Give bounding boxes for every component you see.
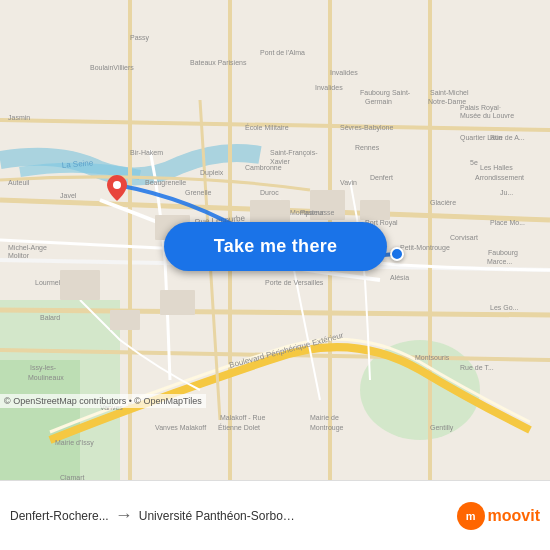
svg-text:Faubourg Saint-: Faubourg Saint-	[360, 89, 411, 97]
svg-text:Bateaux Parisiens: Bateaux Parisiens	[190, 59, 247, 66]
svg-text:Xavier: Xavier	[270, 158, 291, 165]
svg-text:Rennes: Rennes	[355, 144, 380, 151]
svg-text:BoulainVilliers: BoulainVilliers	[90, 64, 134, 71]
svg-text:Beaugrenelle: Beaugrenelle	[145, 179, 186, 187]
svg-text:Musée du Louvre: Musée du Louvre	[460, 112, 514, 119]
svg-text:Place Mo...: Place Mo...	[490, 219, 525, 226]
svg-rect-18	[60, 270, 100, 300]
svg-text:Vavin: Vavin	[340, 179, 357, 186]
svg-text:Auteuil: Auteuil	[8, 179, 30, 186]
svg-text:Montrouge: Montrouge	[310, 424, 344, 432]
svg-text:Issy-les-: Issy-les-	[30, 364, 57, 372]
svg-text:Palais Royal·: Palais Royal·	[460, 104, 501, 112]
svg-text:Michel-Ange: Michel-Ange	[8, 244, 47, 252]
destination-marker	[390, 247, 404, 261]
svg-text:Mairie de: Mairie de	[310, 414, 339, 421]
svg-text:Denfert: Denfert	[370, 174, 393, 181]
svg-text:Malakoff - Rue: Malakoff - Rue	[220, 414, 265, 421]
svg-text:Rue de T...: Rue de T...	[460, 364, 494, 371]
svg-text:Grenelle: Grenelle	[185, 189, 212, 196]
destination-station-name: Université Panthéon-Sorbonne ...	[139, 509, 299, 523]
svg-text:Cambronne: Cambronne	[245, 164, 282, 171]
svg-text:Mairie d'Issy: Mairie d'Issy	[55, 439, 94, 447]
svg-text:Montsouris: Montsouris	[415, 354, 450, 361]
direction-arrow-icon: →	[115, 505, 133, 526]
station-info: Denfert-Rochere... → Université Panthéon…	[10, 505, 457, 526]
svg-rect-17	[360, 200, 390, 220]
map-container: Rue Lecourbe Boulevard Périphérique Exté…	[0, 0, 550, 480]
svg-text:Petit-Montrouge: Petit-Montrouge	[400, 244, 450, 252]
svg-rect-20	[110, 310, 140, 330]
svg-text:Arrondissement: Arrondissement	[475, 174, 524, 181]
origin-marker	[107, 175, 127, 201]
svg-text:Marce...: Marce...	[487, 258, 512, 265]
svg-text:Glacière: Glacière	[430, 199, 456, 206]
svg-rect-19	[160, 290, 195, 315]
svg-text:École Militaire: École Militaire	[245, 123, 289, 131]
moovit-logo: m moovit	[457, 502, 540, 530]
origin-station-name: Denfert-Rochere...	[10, 509, 109, 523]
moovit-brand-text: moovit	[488, 507, 540, 525]
svg-text:Molitor: Molitor	[8, 252, 30, 259]
svg-text:Les Halles: Les Halles	[480, 164, 513, 171]
svg-text:Ju...: Ju...	[500, 189, 513, 196]
svg-text:Montparnasse: Montparnasse	[290, 209, 334, 217]
svg-text:Corvisart: Corvisart	[450, 234, 478, 241]
svg-text:Duroc: Duroc	[260, 189, 279, 196]
moovit-letter: m	[466, 510, 476, 522]
svg-text:Dupleix: Dupleix	[200, 169, 224, 177]
svg-text:Invalides: Invalides	[315, 84, 343, 91]
svg-text:Pont de l'Alma: Pont de l'Alma	[260, 49, 305, 56]
svg-text:Vanves Malakoff: Vanves Malakoff	[155, 424, 206, 431]
take-me-there-button[interactable]: Take me there	[164, 222, 387, 271]
svg-point-89	[113, 181, 121, 189]
svg-text:Alésia: Alésia	[390, 274, 409, 281]
svg-text:Sèvres-Babylone: Sèvres-Babylone	[340, 124, 393, 132]
svg-text:Balard: Balard	[40, 314, 60, 321]
svg-text:Javel: Javel	[60, 192, 77, 199]
svg-text:Passy: Passy	[130, 34, 150, 42]
svg-text:Gentilly: Gentilly	[430, 424, 454, 432]
svg-text:Rue de A...: Rue de A...	[490, 134, 525, 141]
svg-text:Saint-Michel: Saint-Michel	[430, 89, 469, 96]
svg-text:Notre-Dame: Notre-Dame	[428, 98, 466, 105]
svg-text:Porte de Versailles: Porte de Versailles	[265, 279, 324, 286]
bottom-bar: Denfert-Rochere... → Université Panthéon…	[0, 480, 550, 550]
map-attribution: © OpenStreetMap contributors • © OpenMap…	[0, 394, 206, 408]
svg-text:5e: 5e	[470, 159, 478, 166]
svg-text:Lourmel: Lourmel	[35, 279, 61, 286]
svg-text:Germain: Germain	[365, 98, 392, 105]
svg-text:Invalides: Invalides	[330, 69, 358, 76]
svg-text:Faubourg: Faubourg	[488, 249, 518, 257]
moovit-logo-circle: m	[457, 502, 485, 530]
svg-text:Moulineaux: Moulineaux	[28, 374, 64, 381]
svg-text:Jasmin: Jasmin	[8, 114, 30, 121]
svg-text:Étienne Dolet: Étienne Dolet	[218, 423, 260, 431]
svg-text:Les Go...: Les Go...	[490, 304, 518, 311]
svg-text:Saint-François-: Saint-François-	[270, 149, 318, 157]
svg-text:Bir-Hakem: Bir-Hakem	[130, 149, 163, 156]
